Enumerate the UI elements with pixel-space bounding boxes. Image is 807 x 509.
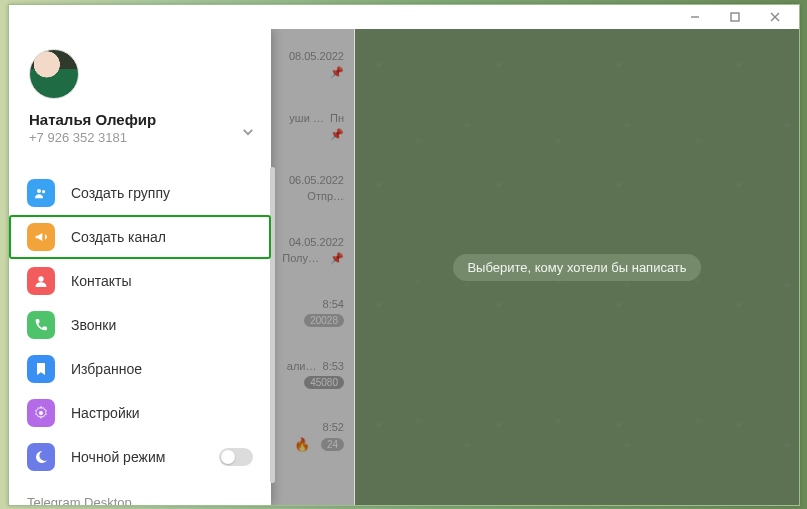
maximize-button[interactable] [715,5,755,29]
megaphone-icon [27,223,55,251]
menu-item-new-channel[interactable]: Создать канал [9,215,271,259]
menu-list: Создать группу Создать канал Контакты [9,167,271,483]
menu-label: Ночной режим [71,449,165,465]
app-name: Telegram Desktop [27,493,253,505]
menu-label: Создать группу [71,185,170,201]
user-phone: +7 926 352 3181 [29,130,251,145]
menu-item-saved[interactable]: Избранное [9,347,271,391]
minimize-button[interactable] [675,5,715,29]
user-name: Наталья Олефир [29,111,251,128]
night-mode-toggle[interactable] [219,448,253,466]
close-button[interactable] [755,5,795,29]
svg-rect-0 [731,13,739,21]
menu-item-settings[interactable]: Настройки [9,391,271,435]
gear-icon [27,399,55,427]
window-titlebar [9,5,799,29]
chevron-down-icon[interactable] [241,125,255,143]
menu-item-calls[interactable]: Звонки [9,303,271,347]
svg-point-3 [38,276,43,281]
svg-point-1 [37,189,41,193]
group-icon [27,179,55,207]
app-body: 08.05.2022 📌 уши … Пн 📌 06.05.2022 Отпр…… [9,29,799,505]
menu-item-night-mode[interactable]: Ночной режим [9,435,271,479]
menu-label: Избранное [71,361,142,377]
chat-list: 08.05.2022 📌 уши … Пн 📌 06.05.2022 Отпр…… [269,29,355,505]
empty-chat-hint: Выберите, кому хотели бы написать [453,254,700,281]
person-icon [27,267,55,295]
menu-label: Звонки [71,317,116,333]
svg-point-2 [42,190,45,193]
menu-item-contacts[interactable]: Контакты [9,259,271,303]
menu-label: Создать канал [71,229,166,245]
menu-label: Контакты [71,273,131,289]
chat-area: Выберите, кому хотели бы написать [355,29,799,505]
menu-label: Настройки [71,405,140,421]
bookmark-icon [27,355,55,383]
avatar [29,49,79,99]
menu-item-new-group[interactable]: Создать группу [9,171,271,215]
svg-point-4 [39,411,43,415]
main-menu-sidebar: Наталья Олефир +7 926 352 3181 Создать г… [9,29,271,505]
moon-icon [27,443,55,471]
sidebar-footer: Telegram Desktop Версия 3.7.3 – О програ… [9,483,271,505]
profile-block[interactable]: Наталья Олефир +7 926 352 3181 [9,29,271,153]
phone-icon [27,311,55,339]
app-window: 08.05.2022 📌 уши … Пн 📌 06.05.2022 Отпр…… [8,4,800,506]
